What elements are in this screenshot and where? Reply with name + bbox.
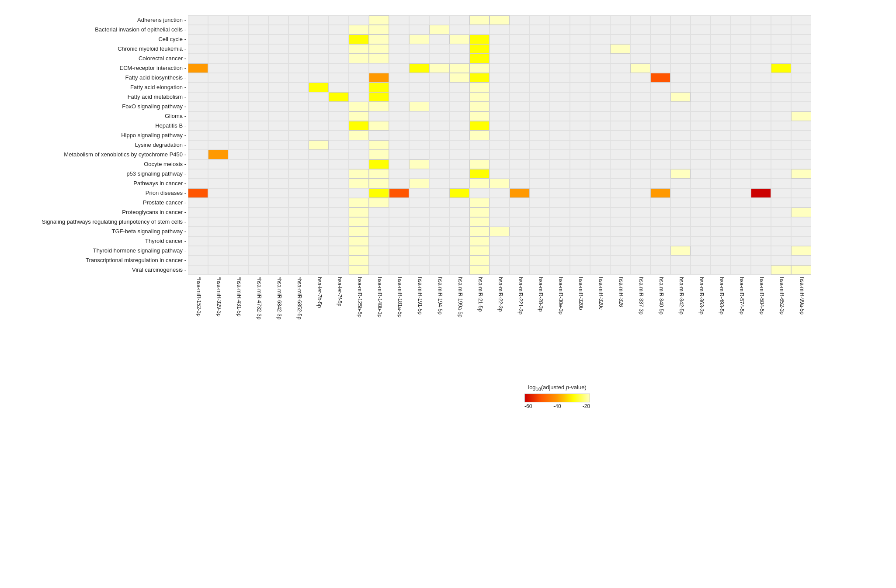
heatmap-cell [349,73,369,83]
heatmap-cell [771,227,791,236]
heatmap-cell [309,246,329,256]
heatmap-cell [288,265,309,275]
heatmap-cell [228,236,248,246]
heatmap-cell [791,35,811,44]
heatmap-cell [530,73,550,83]
heatmap-cell [288,169,309,179]
heatmap-cell [429,198,449,208]
heatmap-cell [650,83,670,92]
heatmap-cell [429,208,449,217]
heatmap-cell [389,217,409,227]
heatmap-cell [610,236,630,246]
heatmap-cell [791,256,811,265]
heatmap-cell [731,217,751,227]
heatmap-cell [389,179,409,188]
col-label: hsa-miR-320b [578,277,583,310]
heatmap-cell [550,73,570,83]
heatmap-cell [550,102,570,111]
heatmap-cell [309,208,329,217]
heatmap-cell [329,121,349,131]
heatmap-cell [791,73,811,83]
heatmap-cell [329,140,349,150]
heatmap-cell [610,92,630,102]
heatmap-cell [610,131,630,140]
heatmap-cell [248,198,268,208]
heatmap-cell [570,35,590,44]
heatmap-cell [650,150,670,159]
heatmap-cell [650,102,670,111]
heatmap-cell [691,102,711,111]
heatmap-cell [590,150,610,159]
heatmap-cell [409,246,429,256]
heatmap-cell [349,188,369,198]
heatmap-cell [268,169,288,179]
heatmap-cell [329,246,349,256]
heatmap-cell [188,121,208,131]
heatmap-cell [650,15,670,25]
heatmap-cell [691,198,711,208]
heatmap-cell [731,131,751,140]
heatmap-cell [469,102,490,111]
heatmap-cell [349,198,369,208]
heatmap-cell [208,246,228,256]
heatmap-cell [530,236,550,246]
heatmap-cell [389,208,409,217]
heatmap-cell [309,188,329,198]
heatmap-cell [248,44,268,54]
heatmap-cell [771,208,791,217]
heatmap-cell [469,83,490,92]
heatmap-cell [409,188,429,198]
heatmap-cell [309,25,329,35]
heatmap-cell [510,35,530,44]
heatmap-cell [570,102,590,111]
col-label: hsa-miR-326 [618,277,624,307]
heatmap-cell [288,92,309,102]
heatmap-cell [610,63,630,73]
heatmap-cell [188,179,208,188]
heatmap-cell [288,150,309,159]
heatmap-cell [288,73,309,83]
heatmap-cell [349,83,369,92]
heatmap-cell [510,256,530,265]
heatmap-cell [389,121,409,131]
heatmap-cell [449,150,469,159]
heatmap-cell [490,54,510,63]
heatmap-cell [208,188,228,198]
col-label: hsa-miR-584-5p [759,277,764,315]
heatmap-cell [510,265,530,275]
heatmap-cell [711,198,731,208]
heatmap-cell [650,35,670,44]
heatmap-cell [650,121,670,131]
heatmap-cell [248,256,268,265]
heatmap-cell [369,188,389,198]
col-label: hsa-miR-221-3p [518,277,523,315]
heatmap-cell [650,92,670,102]
heatmap-cell [409,159,429,169]
heatmap-cell [329,111,349,121]
heatmap-cell [630,169,650,179]
row-label: Fatty acid elongation - [130,84,186,90]
heatmap-cell [691,63,711,73]
heatmap-cell [208,198,228,208]
heatmap-cell [691,246,711,256]
heatmap-cell [309,198,329,208]
heatmap-cell [530,92,550,102]
heatmap-cell [771,92,791,102]
heatmap-cell [731,25,751,35]
heatmap-cell [469,15,490,25]
heatmap-cell [248,246,268,256]
heatmap-cell [691,188,711,198]
heatmap-cell [490,44,510,54]
heatmap-cell [369,246,389,256]
heatmap-cell [288,44,309,54]
heatmap-cell [610,246,630,256]
heatmap-cell [590,111,610,121]
heatmap-cell [228,83,248,92]
heatmap-cell [630,265,650,275]
heatmap-cell [288,121,309,131]
row-label: Bacterial invasion of epithelial cells - [95,27,186,32]
heatmap-cell [791,208,811,217]
heatmap-cell [570,236,590,246]
heatmap-cell [791,246,811,256]
heatmap-cell [670,198,691,208]
